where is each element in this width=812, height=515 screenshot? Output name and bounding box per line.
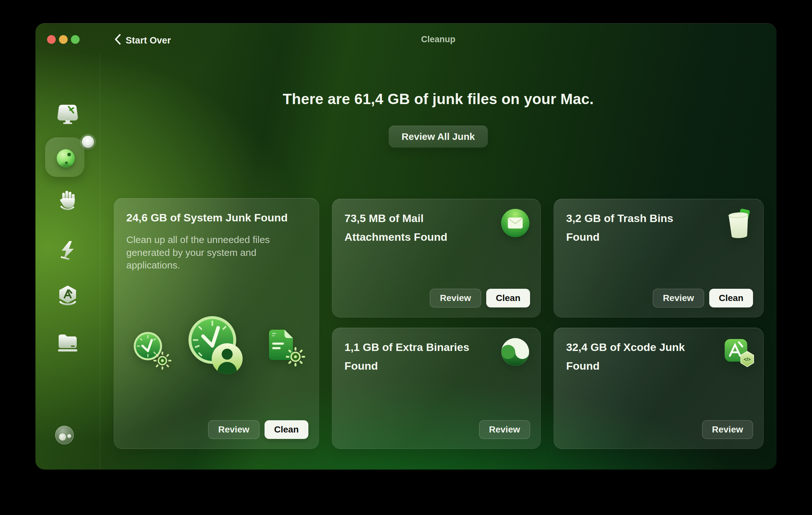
- trash-bins-card[interactable]: 3,2 GB of Trash Bins Found Review Clean: [554, 199, 764, 317]
- minimize-window-button[interactable]: [59, 35, 68, 44]
- document-gear-icon: [268, 329, 308, 370]
- binaries-icon: [501, 338, 529, 366]
- svg-text:</>: </>: [744, 356, 751, 362]
- mail-icon: [501, 209, 529, 237]
- app-window: Start Over Cleanup: [35, 23, 777, 469]
- zoom-window-button[interactable]: [71, 35, 80, 44]
- sidebar-item-applications[interactable]: [35, 285, 100, 309]
- system-junk-illustration: [114, 316, 319, 381]
- sidebar-item-cleanup[interactable]: [45, 138, 84, 177]
- review-button[interactable]: Review: [479, 420, 530, 439]
- review-button[interactable]: Review: [208, 420, 259, 439]
- card-title: 24,6 GB of System Junk Found: [126, 208, 288, 227]
- protection-hand-icon: [57, 190, 78, 212]
- clock-user-icon: [188, 316, 243, 376]
- sidebar-item-protection[interactable]: [35, 190, 100, 212]
- xcode-junk-card[interactable]: 32,4 GB of Xcode Junk Found </>: [554, 328, 764, 449]
- review-button[interactable]: Review: [653, 289, 704, 308]
- system-junk-card[interactable]: 24,6 GB of System Junk Found Clean up al…: [114, 198, 319, 449]
- clean-button[interactable]: Clean: [265, 420, 308, 439]
- sidebar-item-smart-care[interactable]: [35, 104, 100, 125]
- smart-care-icon: [55, 104, 80, 125]
- assistant-avatar[interactable]: [55, 426, 74, 445]
- xcode-icon: </>: [724, 338, 752, 366]
- cleanup-orb-icon: [57, 149, 75, 167]
- card-title: 1,1 GB of Extra Binaries Found: [344, 338, 486, 375]
- card-title: 32,4 GB of Xcode Junk Found: [566, 338, 708, 375]
- review-button[interactable]: Review: [702, 420, 753, 439]
- performance-lightning-icon: [58, 240, 77, 262]
- sidebar-item-files[interactable]: [35, 332, 100, 354]
- card-title: 73,5 MB of Mail Attachments Found: [344, 209, 486, 247]
- page-title: Cleanup: [100, 34, 777, 45]
- close-window-button[interactable]: [47, 35, 56, 44]
- card-title: 3,2 GB of Trash Bins Found: [566, 209, 708, 247]
- clean-button[interactable]: Clean: [709, 289, 753, 308]
- sidebar-item-performance[interactable]: [35, 240, 100, 262]
- clock-gear-icon: [134, 332, 182, 381]
- review-all-junk-button[interactable]: Review All Junk: [388, 126, 488, 148]
- files-folder-icon: [57, 332, 78, 354]
- mail-attachments-card[interactable]: 73,5 MB of Mail Attachments Found Review…: [332, 199, 541, 317]
- trash-bin-icon: [724, 209, 752, 237]
- applications-icon: [57, 285, 78, 309]
- clean-button[interactable]: Clean: [486, 289, 530, 308]
- card-description: Clean up all of the unneeded files gener…: [126, 233, 287, 272]
- junk-summary-headline: There are 61,4 GB of junk files on your …: [100, 90, 777, 108]
- review-button[interactable]: Review: [430, 289, 481, 308]
- extra-binaries-card[interactable]: 1,1 GB of Extra Binaries Found Review: [332, 328, 541, 449]
- notification-dot: [82, 136, 94, 148]
